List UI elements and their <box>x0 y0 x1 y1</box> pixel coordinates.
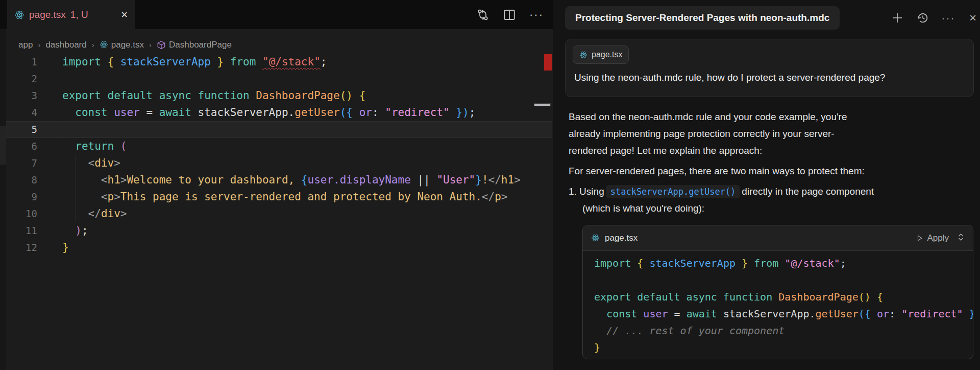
class-cube-icon <box>157 40 166 50</box>
open-changes-icon[interactable] <box>476 8 489 21</box>
chip-filename: page.tsx <box>592 50 622 59</box>
tab-filename: page.tsx <box>29 9 66 20</box>
editor-tab-bar: page.tsx 1, U × ··· <box>0 0 553 29</box>
code-line: 4 const user = await stackServerApp.getU… <box>0 104 553 121</box>
react-icon <box>14 10 24 20</box>
code-block-line: export default async function DashboardP… <box>594 289 973 306</box>
code-block-body: import { stackServerApp } from "@/stack"… <box>594 255 973 356</box>
breadcrumb-app[interactable]: app <box>18 40 33 50</box>
attached-file-chip[interactable]: page.tsx <box>573 45 629 64</box>
code-line: 11 ); <box>0 222 553 239</box>
expand-collapse-icon[interactable] <box>957 232 965 244</box>
breadcrumb-dashboard[interactable]: dashboard <box>45 40 86 50</box>
editor-left-gutter-strip <box>0 29 6 370</box>
code-line: 5 <box>0 121 553 138</box>
code-line: 7 <div> <box>0 155 553 172</box>
assistant-paragraph: For server-rendered pages, there are two… <box>569 163 865 179</box>
chat-title-pill[interactable]: Protecting Server-Rendered Pages with ne… <box>565 6 840 30</box>
chat-history-icon[interactable] <box>916 11 930 25</box>
tab-page-tsx[interactable]: page.tsx 1, U × <box>7 0 135 29</box>
code-block-line: } <box>594 339 973 356</box>
chat-code-block: page.tsx Apply import { stackServerApp }… <box>582 225 973 359</box>
code-editor[interactable]: 1import { stackServerApp } from "@/stack… <box>0 54 553 370</box>
chat-close-icon[interactable]: × <box>966 11 980 25</box>
split-editor-icon[interactable] <box>503 8 516 21</box>
code-line: 9 <p>This page is server-rendered and pr… <box>0 189 553 205</box>
user-message-text: Using the neon-auth.mdc rule, how do I p… <box>574 72 885 83</box>
breadcrumb-separator: › <box>149 40 152 49</box>
code-block-actions: Apply <box>916 232 965 244</box>
code-line: 2 <box>0 71 553 87</box>
new-chat-icon[interactable] <box>890 11 904 25</box>
user-message-card: page.tsx Using the neon-auth.mdc rule, h… <box>565 39 974 97</box>
inline-code: stackServerApp.getUser() <box>606 185 741 198</box>
breadcrumb-symbol[interactable]: DashboardPage <box>157 40 232 50</box>
code-line: 10 </div> <box>0 205 553 222</box>
code-line: 6 return ( <box>0 138 553 155</box>
breadcrumb-page-tsx[interactable]: page.tsx <box>100 40 144 50</box>
tab-close-icon[interactable]: × <box>121 9 128 20</box>
breadcrumb: app › dashboard › page.tsx › DashboardPa… <box>18 36 232 53</box>
code-line: 3export default async function Dashboard… <box>0 87 553 104</box>
app-window: page.tsx 1, U × ··· <box>0 0 980 370</box>
code-block-filename: page.tsx <box>605 233 638 243</box>
editor-toolbar: ··· <box>476 0 544 29</box>
react-icon <box>591 234 600 242</box>
breadcrumb-separator: › <box>92 40 94 49</box>
tab-status-badge: 1, U <box>70 9 88 20</box>
react-icon <box>100 40 108 49</box>
apply-button[interactable]: Apply <box>916 233 949 243</box>
editor-more-actions-icon[interactable]: ··· <box>529 8 544 21</box>
overview-ruler-error-marker <box>544 54 552 71</box>
editor-pane: page.tsx 1, U × ··· <box>0 0 553 370</box>
code-block-line: import { stackServerApp } from "@/stack"… <box>594 255 973 272</box>
breadcrumb-separator: › <box>38 40 40 49</box>
assistant-list-item-line2: (which is what you're doing): <box>582 200 704 217</box>
code-line: 8 <h1>Welcome to your dashboard, {user.d… <box>0 172 553 189</box>
code-line: 12} <box>0 239 553 256</box>
code-block-header: page.tsx Apply <box>583 225 973 251</box>
assistant-list-item: 1. UsingstackServerApp.getUser()directly… <box>569 183 874 200</box>
gutter-strip-segment <box>0 126 6 165</box>
play-icon <box>916 235 923 242</box>
code-block-line: const user = await stackServerApp.getUse… <box>594 306 973 322</box>
ai-chat-panel: Protecting Server-Rendered Pages with ne… <box>553 0 980 370</box>
react-icon <box>579 51 587 59</box>
code-line: 1import { stackServerApp } from "@/stack… <box>0 54 553 71</box>
assistant-paragraph: Based on the neon-auth.mdc rule and your… <box>569 108 847 159</box>
code-block-line: // ... rest of your component <box>594 322 973 339</box>
code-block-line <box>594 272 973 289</box>
chat-more-icon[interactable]: ··· <box>941 11 955 25</box>
overview-ruler-cursor-marker <box>534 103 551 106</box>
